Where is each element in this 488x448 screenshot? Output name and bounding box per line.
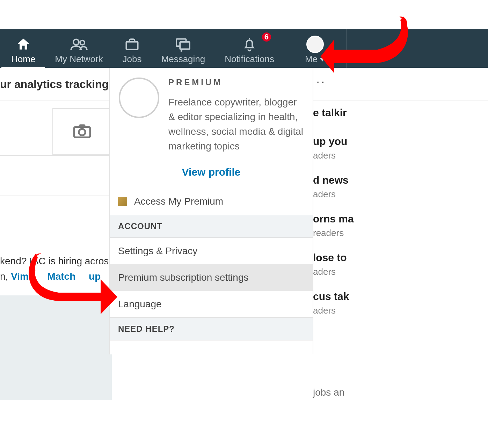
nav-notifications[interactable]: 6 Notifications [215,29,284,68]
nav-network[interactable]: My Network [45,29,112,68]
news-readers: readers [313,228,488,238]
access-premium-label: Access My Premium [134,196,223,207]
bell-icon [242,36,257,52]
dropdown-profile-section: PREMIUM Freelance copywriter, blogger & … [110,68,313,161]
svg-rect-2 [126,42,138,49]
settings-privacy-row[interactable]: Settings & Privacy [110,238,313,264]
subbar-ellipsis: .. [316,73,327,85]
news-headline[interactable]: lose to [313,250,488,266]
svg-point-1 [80,40,85,45]
notification-badge: 6 [261,31,272,43]
nav-messaging-label: Messaging [161,54,205,65]
premium-subscription-settings-row[interactable]: Premium subscription settings [110,264,313,291]
svg-rect-4 [180,42,190,49]
dropdown-section-help: NEED HELP? [110,317,313,340]
feed-link[interactable]: up [89,271,101,282]
feed-divider [0,196,112,196]
news-headline[interactable]: up you [313,133,488,149]
news-headline[interactable]: cus tak [313,288,488,304]
feed-link[interactable]: Match [47,271,75,282]
nav-separator [346,29,347,68]
right-news-column: e talkir up you aders d news aders orns … [313,105,488,327]
language-row[interactable]: Language [110,291,313,317]
nav-me[interactable]: Me [284,29,339,68]
news-readers: aders [313,305,488,316]
news-headline[interactable]: d news [313,172,488,188]
messaging-icon [175,36,191,52]
profile-description: Freelance copywriter, blogger & editor s… [168,95,304,154]
briefcase-icon [124,36,140,52]
top-navbar: Home My Network Jobs [0,29,488,68]
nav-notifications-label: Notifications [225,54,274,65]
avatar-small [306,36,324,52]
chevron-down-icon [320,58,325,61]
me-dropdown: PREMIUM Freelance copywriter, blogger & … [110,68,313,354]
access-premium-row[interactable]: Access My Premium [110,188,313,215]
sub-header-text: ur analytics tracking, [0,78,112,91]
svg-point-0 [73,39,79,45]
premium-subscription-settings-label: Premium subscription settings [118,272,248,283]
language-label: Language [118,299,162,310]
settings-privacy-label: Settings & Privacy [118,245,197,257]
nav-network-label: My Network [55,54,103,65]
dropdown-section-account: ACCOUNT [110,215,313,238]
nav-jobs-label: Jobs [123,54,142,65]
feed-image-placeholder [0,295,112,400]
feed-divider [0,155,112,156]
people-icon [70,36,88,52]
view-profile-link[interactable]: View profile [110,161,313,188]
premium-label: PREMIUM [168,78,304,87]
nav-jobs[interactable]: Jobs [113,29,152,68]
news-headline[interactable]: orns ma [313,211,488,227]
news-readers: aders [313,150,488,161]
post-photo-tile[interactable] [52,108,112,155]
camera-icon [72,123,92,140]
nav-me-label: Me [305,54,325,65]
feed-text-snippet: kend? IAC is hiring acros n, Vime Match … [0,254,112,284]
news-headline[interactable]: e talkir [313,105,488,121]
news-readers: aders [313,189,488,200]
nav-home[interactable]: Home [1,29,45,68]
home-icon [16,36,31,52]
nav-home-label: Home [11,54,35,65]
avatar-large [119,78,159,118]
svg-point-7 [79,129,85,135]
nav-messaging[interactable]: Messaging [152,29,215,68]
premium-chip-icon [118,197,127,206]
news-readers: aders [313,266,488,277]
feed-link[interactable]: Vime [11,271,34,282]
right-column-footer: jobs an [313,387,344,398]
